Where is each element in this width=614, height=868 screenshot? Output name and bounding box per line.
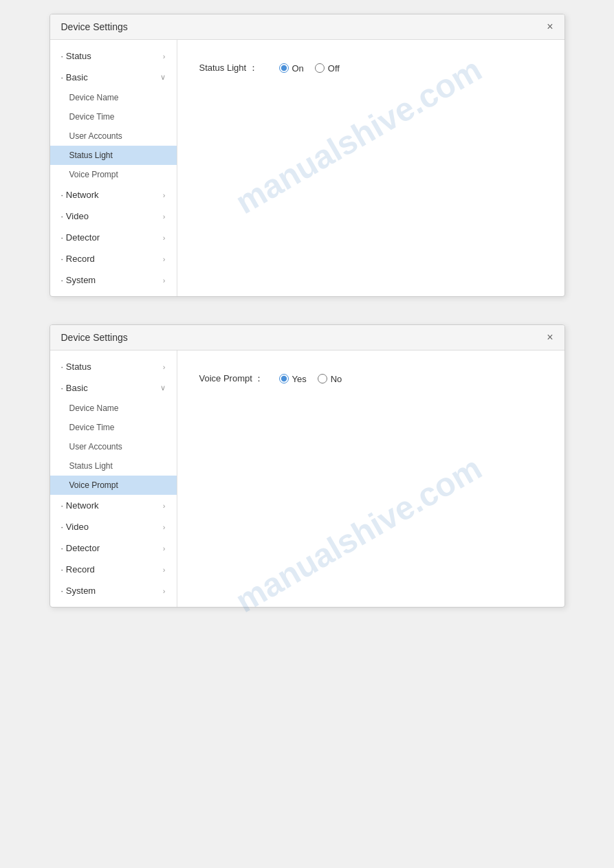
d2-sidebar-label-network: Network — [66, 500, 99, 511]
bullet-video: · — [61, 212, 63, 221]
voice-prompt-yes-option[interactable]: Yes — [279, 374, 307, 384]
sidebar-subitem-voice-prompt[interactable]: Voice Prompt — [50, 165, 177, 184]
d2-chevron-system: › — [163, 587, 166, 595]
sidebar-item-record[interactable]: · Record › — [50, 248, 177, 269]
d2-sidebar-label-system: System — [66, 586, 96, 596]
sidebar-item-video[interactable]: · Video › — [50, 205, 177, 227]
dialog-1-header: Device Settings × — [50, 14, 564, 40]
status-light-on-radio[interactable] — [279, 63, 289, 73]
chevron-status: › — [163, 52, 166, 60]
d2-sidebar-label-status: Status — [66, 361, 91, 372]
d2-sidebar-item-detector[interactable]: · Detector › — [50, 537, 177, 559]
sidebar-item-network[interactable]: · Network › — [50, 184, 177, 205]
d2-chevron-basic: ∨ — [160, 383, 166, 392]
d2-sidebar-item-system[interactable]: · System › — [50, 580, 177, 601]
sidebar-item-basic[interactable]: · Basic ∨ — [50, 67, 177, 88]
d2-bullet-basic: · — [61, 383, 63, 393]
d2-chevron-record: › — [163, 566, 166, 574]
sidebar-subitem-status-light[interactable]: Status Light — [50, 146, 177, 165]
dialog-1-body: · Status › · Basic ∨ Device Name Device … — [50, 40, 564, 296]
sidebar-label-status: Status — [66, 51, 91, 61]
sidebar-label-detector: Detector — [66, 232, 100, 243]
d2-sidebar-subitem-device-name[interactable]: Device Name — [50, 399, 177, 418]
status-light-off-option[interactable]: Off — [315, 63, 340, 74]
chevron-system: › — [163, 276, 166, 285]
d2-bullet-video: · — [61, 522, 63, 532]
dialog-1-sidebar: · Status › · Basic ∨ Device Name Device … — [50, 40, 177, 296]
d2-sidebar-subitem-device-time[interactable]: Device Time — [50, 418, 177, 437]
sidebar-item-detector[interactable]: · Detector › — [50, 227, 177, 248]
chevron-detector: › — [163, 234, 166, 242]
voice-prompt-yes-label: Yes — [292, 374, 307, 384]
voice-prompt-no-option[interactable]: No — [318, 374, 342, 384]
status-light-off-radio[interactable] — [315, 63, 325, 73]
d2-sidebar-subitem-status-light[interactable]: Status Light — [50, 456, 177, 476]
sidebar-label-basic: Basic — [66, 72, 88, 82]
sidebar-subitem-user-accounts[interactable]: User Accounts — [50, 126, 177, 146]
chevron-video: › — [163, 212, 166, 221]
status-light-on-option[interactable]: On — [279, 63, 304, 74]
d2-sidebar-subitem-voice-prompt[interactable]: Voice Prompt — [50, 476, 177, 495]
bullet-basic: · — [61, 73, 63, 82]
sidebar-subitem-device-name[interactable]: Device Name — [50, 88, 177, 107]
voice-prompt-setting-row: Voice Prompt ： Yes No — [199, 372, 542, 385]
d2-bullet-detector: · — [61, 544, 63, 553]
d2-sidebar-label-basic: Basic — [66, 383, 88, 393]
chevron-basic: ∨ — [160, 73, 166, 82]
d2-bullet-system: · — [61, 586, 63, 596]
voice-prompt-label: Voice Prompt ： — [199, 372, 268, 385]
d2-sidebar-label-video: Video — [66, 522, 89, 532]
status-light-off-label: Off — [328, 63, 340, 74]
d2-chevron-network: › — [163, 502, 166, 510]
sidebar-label-record: Record — [66, 254, 95, 264]
bullet-network: · — [61, 190, 63, 200]
status-light-setting-row: Status Light ： On Off — [199, 62, 542, 74]
dialog-2-close-button[interactable]: × — [547, 332, 553, 343]
voice-prompt-yes-radio[interactable] — [279, 374, 289, 383]
dialog-2-header: Device Settings × — [50, 325, 564, 350]
dialog-2-content: Voice Prompt ： Yes No — [177, 350, 564, 607]
dialog-2-sidebar: · Status › · Basic ∨ Device Name Device … — [50, 350, 177, 607]
dialog-1-close-button[interactable]: × — [547, 21, 553, 32]
d2-bullet-network: · — [61, 501, 63, 511]
d2-chevron-video: › — [163, 523, 166, 531]
d2-chevron-detector: › — [163, 544, 166, 553]
sidebar-label-system: System — [66, 275, 96, 285]
sidebar-item-status[interactable]: · Status › — [50, 45, 177, 67]
dialog-1-title: Device Settings — [61, 21, 128, 32]
voice-prompt-radio-group: Yes No — [279, 374, 342, 384]
d2-sidebar-label-record: Record — [66, 564, 95, 575]
d2-sidebar-label-detector: Detector — [66, 543, 100, 553]
status-light-label: Status Light ： — [199, 62, 268, 74]
d2-sidebar-item-network[interactable]: · Network › — [50, 495, 177, 516]
d2-sidebar-item-status[interactable]: · Status › — [50, 356, 177, 377]
status-light-radio-group: On Off — [279, 63, 340, 74]
bullet-system: · — [61, 276, 63, 285]
sidebar-label-network: Network — [66, 190, 99, 200]
d2-sidebar-subitem-user-accounts[interactable]: User Accounts — [50, 437, 177, 456]
bullet-detector: · — [61, 233, 63, 243]
dialog-2: Device Settings × · Status › · Bas — [50, 324, 565, 608]
bullet-status: · — [61, 52, 63, 61]
sidebar-label-video: Video — [66, 211, 89, 221]
chevron-record: › — [163, 255, 166, 263]
d2-sidebar-item-record[interactable]: · Record › — [50, 559, 177, 580]
voice-prompt-no-label: No — [331, 374, 342, 384]
dialog-2-body: · Status › · Basic ∨ Device Name Device … — [50, 350, 564, 607]
d2-bullet-record: · — [61, 565, 63, 575]
dialog-1-content: Status Light ： On Off — [177, 40, 564, 296]
d2-sidebar-item-video[interactable]: · Video › — [50, 516, 177, 537]
sidebar-subitem-device-time[interactable]: Device Time — [50, 107, 177, 126]
d2-chevron-status: › — [163, 363, 166, 371]
dialog-1: Device Settings × · Status › · Bas — [50, 14, 565, 297]
status-light-on-label: On — [292, 63, 304, 74]
dialog-2-title: Device Settings — [61, 332, 128, 343]
bullet-record: · — [61, 254, 63, 264]
chevron-network: › — [163, 191, 166, 199]
d2-bullet-status: · — [61, 362, 63, 372]
voice-prompt-no-radio[interactable] — [318, 374, 327, 383]
sidebar-item-system[interactable]: · System › — [50, 269, 177, 291]
d2-sidebar-item-basic[interactable]: · Basic ∨ — [50, 377, 177, 399]
